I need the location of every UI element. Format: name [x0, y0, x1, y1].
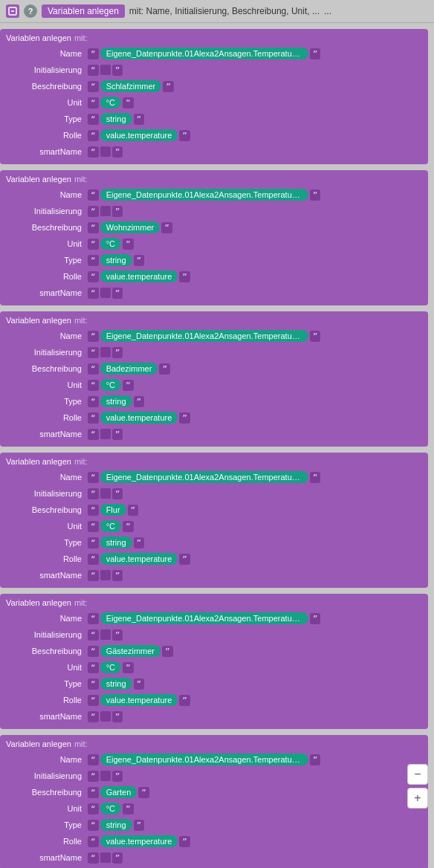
block-title-5: Variablen anlegen — [6, 598, 71, 607]
close-quote-4-4: ” — [134, 537, 145, 548]
close-quote-5-4: ” — [134, 678, 145, 690]
empty-pill-3-1[interactable] — [100, 347, 111, 357]
field-row-1-0: Name“Eigene_Datenpunkte.01Alexa2Ansagen.… — [0, 45, 428, 62]
empty-pill-2-6[interactable] — [100, 288, 111, 298]
pill-group-1-3: “°C” — [88, 97, 134, 108]
value-pill-4-5[interactable]: value.temperature — [100, 553, 178, 565]
close-quote-4-1: ” — [112, 488, 123, 499]
pill-group-2-4: “string” — [88, 254, 144, 266]
field-row-5-5: Rolle“value.temperature” — [0, 692, 428, 708]
field-label-2-3: Unit — [6, 239, 88, 248]
empty-pill-6-1[interactable] — [100, 771, 111, 781]
empty-pill-2-1[interactable] — [100, 206, 111, 216]
empty-pill-4-1[interactable] — [100, 488, 111, 499]
block-mit-2: mit: — [74, 175, 88, 184]
value-pill-6-4[interactable]: string — [100, 819, 132, 831]
value-pill-5-0[interactable]: Eigene_Datenpunkte.01Alexa2Ansagen.Tempe… — [100, 612, 308, 624]
variable-icon — [6, 4, 19, 18]
value-pill-2-3[interactable]: °C — [100, 238, 121, 250]
close-quote-1-4: ” — [134, 114, 145, 125]
value-pill-1-0[interactable]: Eigene_Datenpunkte.01Alexa2Ansagen.Tempe… — [100, 48, 308, 59]
pill-group-5-2: “Gästezimmer” — [88, 645, 173, 657]
field-row-3-0: Name“Eigene_Datenpunkte.01Alexa2Ansagen.… — [0, 328, 428, 344]
field-row-3-5: Rolle“value.temperature” — [0, 409, 428, 426]
value-pill-5-2[interactable]: Gästezimmer — [100, 645, 161, 657]
close-quote-3-0: ” — [310, 331, 321, 342]
pill-group-6-4: “string” — [88, 819, 144, 831]
value-pill-2-4[interactable]: string — [100, 254, 132, 266]
value-pill-1-5[interactable]: value.temperature — [100, 129, 178, 141]
zoom-out-button[interactable]: − — [407, 764, 428, 785]
field-row-5-4: Type“string” — [0, 676, 428, 692]
open-quote-3-6: “ — [88, 429, 99, 440]
value-pill-2-0[interactable]: Eigene_Datenpunkte.01Alexa2Ansagen.Tempe… — [100, 189, 308, 201]
open-quote-5-5: “ — [88, 695, 99, 706]
value-pill-3-4[interactable]: string — [100, 395, 132, 407]
value-pill-5-5[interactable]: value.temperature — [100, 694, 178, 706]
open-quote-1-3: “ — [88, 97, 99, 108]
pill-group-4-6: “” — [88, 570, 123, 581]
value-pill-1-2[interactable]: Schlafzimmer — [100, 80, 162, 92]
value-pill-2-5[interactable]: value.temperature — [100, 271, 178, 282]
topbar-more: ... — [324, 6, 331, 16]
field-row-6-0: Name“Eigene_Datenpunkte.01Alexa2Ansagen.… — [0, 751, 428, 768]
empty-pill-3-6[interactable] — [100, 429, 111, 439]
close-quote-2-3: ” — [123, 239, 134, 250]
close-quote-4-6: ” — [112, 570, 123, 581]
block-title-6: Variablen anlegen — [6, 739, 71, 748]
value-pill-3-0[interactable]: Eigene_Datenpunkte.01Alexa2Ansagen.Tempe… — [100, 330, 308, 342]
field-row-2-3: Unit“°C” — [0, 236, 428, 252]
field-row-1-2: Beschreibung“Schlafzimmer” — [0, 78, 428, 94]
field-label-6-1: Initialisierung — [6, 771, 88, 780]
value-pill-4-2[interactable]: Flur — [100, 504, 126, 516]
value-pill-4-3[interactable]: °C — [100, 520, 121, 532]
pill-group-5-3: “°C” — [88, 661, 134, 673]
value-pill-5-3[interactable]: °C — [100, 661, 121, 673]
field-row-6-5: Rolle“value.temperature” — [0, 833, 428, 849]
open-quote-1-6: “ — [88, 146, 99, 158]
open-quote-4-2: “ — [88, 505, 99, 516]
value-pill-4-4[interactable]: string — [100, 537, 132, 548]
value-pill-6-3[interactable]: °C — [100, 803, 121, 814]
field-row-1-6: smartName“” — [0, 143, 428, 160]
empty-pill-5-6[interactable] — [100, 711, 111, 722]
field-label-4-4: Type — [6, 538, 88, 547]
open-quote-5-6: “ — [88, 711, 99, 722]
field-label-1-2: Beschreibung — [6, 82, 88, 91]
pill-group-6-6: “” — [88, 852, 123, 864]
empty-pill-4-6[interactable] — [100, 570, 111, 580]
field-row-6-6: smartName“” — [0, 849, 428, 866]
pill-group-3-2: “Badezimmer” — [88, 363, 170, 375]
field-label-3-2: Beschreibung — [6, 364, 88, 373]
close-quote-6-3: ” — [123, 803, 134, 814]
field-row-2-2: Beschreibung“Wohnzimmer” — [0, 219, 428, 236]
value-pill-1-4[interactable]: string — [100, 113, 132, 125]
empty-pill-5-1[interactable] — [100, 629, 111, 640]
close-quote-1-0: ” — [310, 48, 321, 59]
value-pill-6-0[interactable]: Eigene_Datenpunkte.01Alexa2Ansagen.Tempe… — [100, 754, 308, 765]
value-pill-6-2[interactable]: Garten — [100, 786, 137, 798]
value-pill-5-4[interactable]: string — [100, 678, 132, 690]
close-quote-5-2: ” — [162, 646, 173, 657]
field-row-6-1: Initialisierung“” — [0, 768, 428, 784]
empty-pill-1-6[interactable] — [100, 146, 111, 157]
field-label-2-6: smartName — [6, 288, 88, 297]
block-header-2: Variablen anlegenmit: — [0, 173, 428, 187]
value-pill-3-3[interactable]: °C — [100, 379, 121, 391]
close-quote-3-2: ” — [159, 363, 170, 375]
help-icon[interactable]: ? — [24, 4, 37, 18]
empty-pill-6-6[interactable] — [100, 852, 111, 863]
value-pill-2-2[interactable]: Wohnzimmer — [100, 221, 161, 233]
value-pill-1-3[interactable]: °C — [100, 97, 121, 108]
empty-pill-1-1[interactable] — [100, 65, 111, 75]
topbar-label: Variablen anlegen — [42, 4, 125, 18]
pill-group-3-3: “°C” — [88, 379, 134, 391]
value-pill-3-5[interactable]: value.temperature — [100, 412, 178, 424]
close-quote-2-4: ” — [134, 255, 145, 266]
value-pill-3-2[interactable]: Badezimmer — [100, 363, 158, 375]
value-pill-4-0[interactable]: Eigene_Datenpunkte.01Alexa2Ansagen.Tempe… — [100, 471, 308, 483]
zoom-in-button[interactable]: + — [407, 788, 428, 809]
value-pill-6-5[interactable]: value.temperature — [100, 835, 178, 847]
close-quote-5-1: ” — [112, 629, 123, 641]
zoom-controls: − + — [407, 764, 428, 809]
